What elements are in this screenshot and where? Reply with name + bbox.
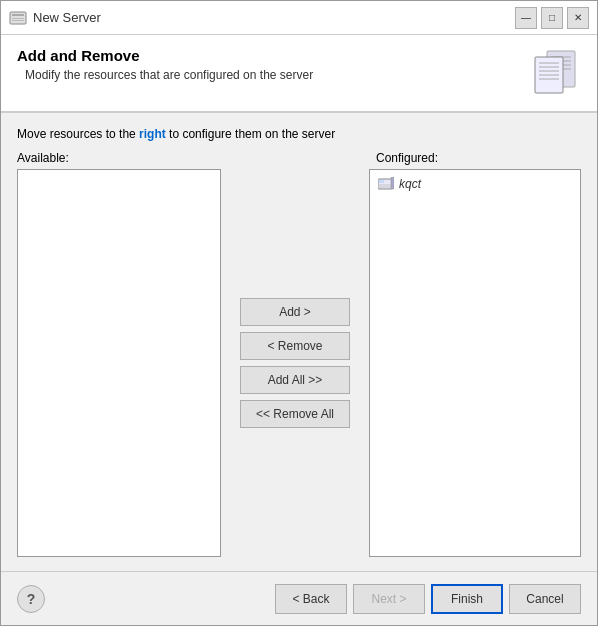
finish-button[interactable]: Finish bbox=[431, 584, 503, 614]
restore-button[interactable]: □ bbox=[541, 7, 563, 29]
title-bar-controls: — □ ✕ bbox=[515, 7, 589, 29]
item-name: kqct bbox=[399, 177, 421, 191]
new-server-window: New Server — □ ✕ Add and Remove Modify t… bbox=[0, 0, 598, 626]
window-title: New Server bbox=[33, 10, 101, 25]
header-icon bbox=[529, 47, 581, 99]
remove-button[interactable]: < Remove bbox=[240, 332, 350, 360]
svg-rect-19 bbox=[391, 177, 394, 189]
available-label: Available: bbox=[17, 151, 245, 165]
columns-area: Add > < Remove Add All >> << Remove All bbox=[17, 169, 581, 557]
svg-rect-3 bbox=[12, 20, 24, 21]
svg-rect-2 bbox=[12, 18, 24, 19]
header-title: Add and Remove bbox=[17, 47, 313, 64]
available-list[interactable] bbox=[17, 169, 221, 557]
close-button[interactable]: ✕ bbox=[567, 7, 589, 29]
middle-buttons: Add > < Remove Add All >> << Remove All bbox=[221, 169, 369, 557]
add-all-button[interactable]: Add All >> bbox=[240, 366, 350, 394]
title-bar-left: New Server bbox=[9, 9, 101, 27]
configured-list[interactable]: kqct bbox=[369, 169, 581, 557]
svg-rect-16 bbox=[379, 180, 384, 183]
cancel-button[interactable]: Cancel bbox=[509, 584, 581, 614]
configured-label: Configured: bbox=[376, 151, 581, 165]
remove-all-button[interactable]: << Remove All bbox=[240, 400, 350, 428]
footer: ? < Back Next > Finish Cancel bbox=[1, 571, 597, 625]
list-item: kqct bbox=[374, 174, 576, 194]
next-button[interactable]: Next > bbox=[353, 584, 425, 614]
columns-header: Available: Configured: bbox=[17, 151, 581, 165]
instruction-text: Move resources to the right to configure… bbox=[17, 127, 581, 141]
header-subtitle: Modify the resources that are configured… bbox=[17, 68, 313, 82]
add-button[interactable]: Add > bbox=[240, 298, 350, 326]
instruction-bold: right bbox=[139, 127, 166, 141]
svg-rect-1 bbox=[12, 14, 24, 16]
content-area: Move resources to the right to configure… bbox=[1, 113, 597, 571]
footer-left: ? bbox=[17, 585, 45, 613]
title-bar: New Server — □ ✕ bbox=[1, 1, 597, 35]
footer-right: < Back Next > Finish Cancel bbox=[275, 584, 581, 614]
item-icon bbox=[378, 177, 394, 191]
window-icon bbox=[9, 9, 27, 27]
back-button[interactable]: < Back bbox=[275, 584, 347, 614]
help-button[interactable]: ? bbox=[17, 585, 45, 613]
header-section: Add and Remove Modify the resources that… bbox=[1, 35, 597, 113]
minimize-button[interactable]: — bbox=[515, 7, 537, 29]
header-text: Add and Remove Modify the resources that… bbox=[17, 47, 313, 82]
